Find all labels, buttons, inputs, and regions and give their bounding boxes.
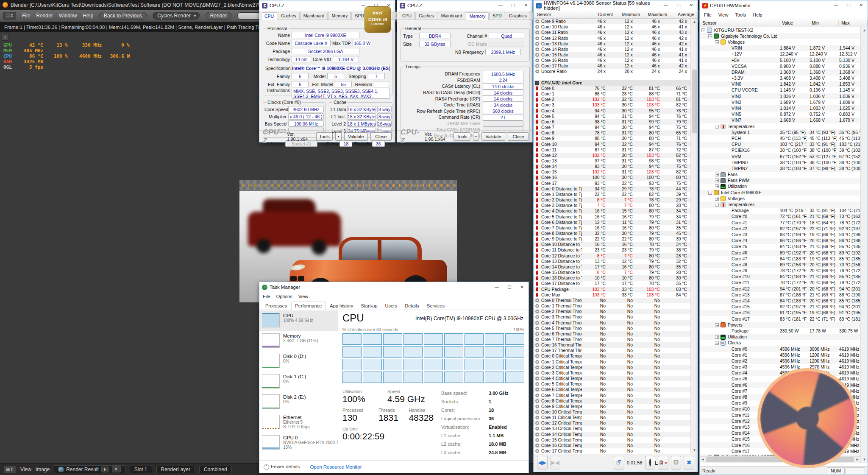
menu-file[interactable]: File — [263, 294, 270, 299]
sensor-row[interactable]: Core 16 100 °C 30 °C 100 °C 80 °C — [534, 175, 690, 180]
sensor-row[interactable]: Uncore Ratio 24 x 20 x 24 x 24 x — [534, 69, 690, 74]
sensor-row[interactable]: Core 1 88 °C 28 °C 88 °C 71 °C — [534, 91, 690, 97]
sensor-row[interactable]: Core 4 94 °C 30 °C 95 °C 76 °C — [534, 108, 690, 114]
sensor-row[interactable]: Core #4 86 °C (186 °F) 20 °C (68 °F) 86 … — [700, 238, 860, 244]
sensor-row[interactable]: Core 4 Critical Temperat... No No No — [534, 376, 690, 381]
sensor-row[interactable]: Core #14 84 °C (183 °F) 20 °C (68 °F) 85… — [700, 298, 860, 304]
sensor-row[interactable]: VIN7 1.668 V 1.668 V 1.679 V — [700, 117, 860, 123]
sensor-row[interactable]: Core 17 93 °C 32 °C 93 °C 75 °C — [534, 181, 690, 186]
sensor-row[interactable]: Core 2 Distance to TjMAX 8 °C 7 °C 78 °C… — [534, 197, 690, 203]
sensor-row[interactable]: Utilization — [700, 334, 860, 340]
clock-button[interactable] — [645, 456, 656, 469]
hwinfo-titlebar[interactable]: i HWiNFO64 v6.14-3980 Sensor Status [59 … — [534, 0, 698, 11]
expand-columns-button[interactable]: ◀▶ — [537, 456, 548, 469]
sensor-row[interactable]: Core 11 Ratio 46 x 12 x 46 x 43 x — [534, 30, 690, 35]
sensor-row[interactable]: CPU Package 103 °C 33 °C 103 °C 83 °C — [534, 287, 690, 292]
expand-toggle-icon[interactable] — [715, 203, 719, 207]
tools-dropdown-button[interactable]: ▼ — [473, 132, 479, 141]
minimize-button[interactable]: — — [829, 0, 842, 11]
sensor-row[interactable]: Core 2 Thermal Throttling No No No — [534, 309, 690, 314]
sensor-row[interactable]: Core 15 Ratio 46 x 12 x 46 x 41 x — [534, 52, 690, 58]
sensor-row[interactable]: Core 17 Distance to TjM... 17 °C 17 °C 7… — [534, 281, 690, 286]
sensor-row[interactable]: Core 12 Critical Temper... No No No — [534, 420, 690, 426]
sensor-row[interactable]: Core 17 Thermal Throttl... No No No — [534, 348, 690, 353]
back-to-previous-button[interactable]: Back to Previous — [99, 12, 147, 20]
sensor-row[interactable]: Core #10 84 °C (183 °F) 21 °C (69 °F) 85… — [700, 274, 860, 280]
sensor-row[interactable]: Voltages — [700, 39, 860, 45]
sensor-row[interactable]: Core 7 Distance to TjMAX 16 °C 16 °C 80 … — [534, 225, 690, 231]
sidebar-performance-item[interactable]: Disk 2 (E:) 0% — [259, 392, 338, 412]
sensor-row[interactable]: Core 16 Thermal Throttl... No No No — [534, 342, 690, 348]
sensor-row[interactable]: Core 16 Distance to TjM... 10 °C 10 °C 8… — [534, 275, 690, 281]
sensor-row[interactable]: Temperatures — [700, 123, 860, 129]
sensor-row[interactable]: Core 12 Distance to TjM... 8 °C 7 °C 80 … — [534, 253, 690, 259]
sensor-row[interactable]: Core 10 Distance to TjM... 16 °C 16 °C 7… — [534, 242, 690, 247]
sensor-row[interactable]: Core 11 87 °C 31 °C 87 °C 72 °C — [534, 147, 690, 153]
expand-toggle-icon[interactable] — [701, 28, 705, 32]
sidebar-performance-item[interactable]: GPU 0 NVIDIA GeForce RTX 2080 Ti 13% — [259, 433, 338, 453]
menu-file[interactable]: File — [704, 12, 712, 17]
sensor-row[interactable]: Core 1 Distance to TjMAX 22 °C 22 °C 82 … — [534, 192, 690, 197]
sensor-row[interactable]: CPU 103 °C (217 °... 33 °C (91 °F) 103 °… — [700, 142, 860, 148]
sensor-row[interactable]: Core 14 Ratio 46 x 12 x 46 x 41 x — [534, 47, 690, 52]
sensor-row[interactable]: Core 14 Critical Temper... No No No — [534, 432, 690, 437]
sensor-row[interactable]: Core 4 Thermal Throttling No No No — [534, 320, 690, 325]
vertical-scrollbar[interactable]: ▲ ▼ — [860, 27, 868, 463]
sensor-row[interactable]: Core 10 Critical Temper... No No No — [534, 409, 690, 415]
sidebar-performance-item[interactable]: Disk 0 (D:) 0% — [259, 351, 338, 372]
sidebar-performance-item[interactable]: Ethernet Ethernet 5 S: 0 R: 0 Kbps — [259, 412, 338, 433]
sensor-row[interactable]: Core 9 Critical Temperat... No No No — [534, 404, 690, 409]
sensor-row[interactable]: CPU VCORE 1.145 V 0.196 V 1.145 V — [700, 87, 860, 93]
sensor-row[interactable]: Core #17 83 °C (181 °F) 22 °C (71 °F) 83… — [700, 316, 860, 322]
sensor-row[interactable]: Core 13 97 °C 31 °C 98 °C 78 °C — [534, 158, 690, 164]
tools-dropdown-button[interactable]: ▼ — [335, 132, 342, 141]
sensor-row[interactable]: Core 16 Ratio 46 x 12 x 46 x 41 x — [534, 58, 690, 63]
sensor-row[interactable]: Core #1 77 °C (170 °F) 18 °C (64 °F) 78 … — [700, 220, 860, 226]
sensor-row[interactable]: Core 9 Distance to TjMAX 22 °C 22 °C 80 … — [534, 236, 690, 242]
sensor-row[interactable]: Core Max 103 °C 33 °C 103 °C 84 °C — [534, 292, 690, 298]
sensor-row[interactable]: Core 0 Critical Temperat... No No No — [534, 353, 690, 359]
sensor-row[interactable]: Gigabyte Technology Co. Ltd. X... — [700, 33, 860, 39]
render-slot-select[interactable]: Slot 1 — [130, 466, 152, 473]
menu-view[interactable]: View — [298, 294, 309, 299]
sensor-row[interactable]: Core 10 94 °C 32 °C 94 °C 76 °C — [534, 141, 690, 147]
sensor-row[interactable]: Core 4 Distance to TjMAX 16 °C 15 °C 80 … — [534, 208, 690, 214]
render-engine-select[interactable]: Cycles Render — [153, 12, 200, 20]
render-pass-select[interactable]: Combined — [199, 466, 232, 473]
sensor-row[interactable]: Core 12 102 °C 30 °C 103 °C 82 °C — [534, 153, 690, 158]
sensor-row[interactable]: Core #11 78 °C (172 °F) 20 °C (68 °F) 78… — [700, 280, 860, 286]
sensor-row[interactable]: TMPIN0 38 °C (100 °F) 38 °C (100 °F) 38 … — [700, 159, 860, 165]
hwinfo-column-headers[interactable]: Sensor Current Minimum Maximum Average — [534, 11, 698, 19]
close-button[interactable]: ✕ — [855, 0, 868, 11]
sensor-row[interactable]: Core #16 91 °C (195 °F) 19 °C (66 °F) 91… — [700, 310, 860, 316]
sensor-row[interactable]: DRAM 1.368 V 1.368 V 1.368 V — [700, 69, 860, 75]
cpuz-tab[interactable]: Mainboard — [300, 12, 328, 20]
expand-toggle-icon[interactable] — [715, 179, 719, 182]
sensor-row[interactable]: Core 5 Critical Temperat... No No No — [534, 381, 690, 387]
tools-button[interactable]: Tools — [453, 132, 470, 141]
minimize-button[interactable]: — — [490, 282, 503, 292]
collapse-columns-button[interactable]: ▶◀ — [550, 456, 561, 469]
menu-window[interactable]: Window — [59, 13, 77, 19]
sensor-row[interactable]: Core 16 Critical Temper... No No No — [534, 443, 690, 448]
cpuz-tab[interactable]: Memory — [328, 12, 351, 20]
sensor-row[interactable]: Core 3 Thermal Throttling No No No — [534, 314, 690, 320]
sensor-row[interactable]: Temperatures — [700, 201, 860, 207]
sensor-row[interactable]: PCH 45 °C (113 °F) 45 °C (113 °F) 45 °C … — [700, 135, 860, 141]
editor-type-image-icon[interactable]: ▦⇕ — [3, 466, 16, 473]
sensor-row[interactable]: Core 0 Thermal Throttling No No No — [534, 298, 690, 303]
sensor-row[interactable]: CPU [#0]: Intel Core i9-... — [534, 80, 690, 86]
sensor-row[interactable]: Core #2 92 °C (197 °F) 22 °C (71 °F) 92 … — [700, 226, 860, 232]
sensor-row[interactable]: Core #2 4596 MHz 1200 MHz 4619 MHz — [700, 358, 860, 364]
sidebar-performance-item[interactable]: Disk 1 (C:) 0% — [259, 372, 338, 392]
sensor-row[interactable]: Core 6 Thermal Throttling No No No — [534, 331, 690, 337]
sensor-row[interactable]: Core 1 Thermal Throttling No No No — [534, 303, 690, 309]
tools-button[interactable]: Tools — [316, 132, 333, 141]
expand-toggle-icon[interactable] — [715, 184, 719, 188]
sensor-row[interactable]: Core 15 Distance to TjM... 8 °C 7 °C 79 … — [534, 270, 690, 275]
sensor-row[interactable]: Core #13 87 °C (188 °F) 21 °C (69 °F) 88… — [700, 292, 860, 298]
sensor-row[interactable]: Package 104 °C (219 °... 33 °C (91 °F) 1… — [700, 208, 860, 214]
scrollbar-thumb[interactable] — [692, 70, 697, 133]
maximize-button[interactable]: ▢ — [503, 282, 516, 292]
close-button[interactable]: ✕ — [685, 0, 698, 11]
